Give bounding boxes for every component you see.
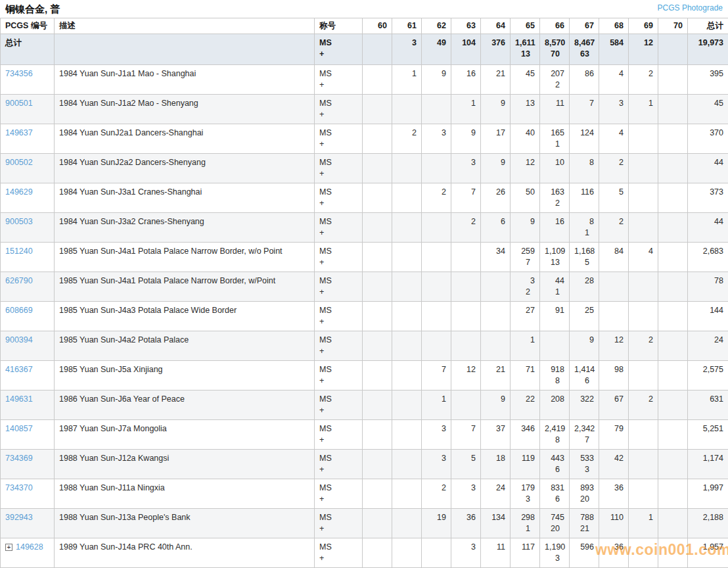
pcgs-number-link[interactable]: 149637 [5,128,33,137]
pcgs-number-link[interactable]: 392943 [5,513,33,522]
pcgs-number-link[interactable]: 151240 [5,247,33,256]
grade-cell-60 [363,65,392,95]
grade-cell-70 [658,390,688,420]
grade-value: 10 [545,157,564,168]
pcgs-number-link[interactable]: 734356 [5,69,33,78]
grade-cell-61 [392,243,422,272]
col-header-grade-67: 67 [570,18,599,34]
pcgs-number-cell: 734356 [1,65,55,95]
designation-cell: MS+ [315,450,363,479]
grade-cell-69 [629,213,658,243]
pcgs-number-link[interactable]: 900501 [5,99,33,108]
grade-cell-68: 5 [599,183,629,213]
grade-cell-69 [629,154,658,183]
grade-cell-70 [658,331,688,361]
table-row-734356: 7343561984 Yuan Sun-J1a1 Mao - ShanghaiM… [1,65,728,95]
grade-cell-66: 1651 [540,124,570,154]
grade-plus-value: 7 [574,435,589,446]
grade-cell-67: 7 [570,95,599,124]
grade-cell-70 [658,538,688,568]
pcgs-number-cell: 734369 [1,450,55,479]
grade-cell-64: 6 [481,213,511,243]
grade-cell-65: 13 [511,95,540,124]
grade-cell-64 [481,272,511,302]
grade-cell-64: 21 [481,65,511,95]
grade-plus-value: 8 [545,435,560,446]
grade-value: 745 [545,512,564,523]
grade-cell-62 [422,95,451,124]
expand-icon[interactable]: + [5,544,12,551]
grade-plus-value: 2 [545,198,560,209]
grade-cell-65: 12 [511,154,540,183]
grade-value: 9 [486,98,505,109]
grade-value: 37 [486,423,505,435]
pcgs-number-link[interactable]: 416367 [5,365,33,374]
designation-cell: MS+ [315,361,363,390]
designation-plus: + [319,346,353,357]
designation-plus: + [319,405,353,416]
description-cell: 1985 Yuan Sun-J4a2 Potala Palace [55,331,315,361]
photograde-link[interactable]: PCGS Photograde [658,3,723,13]
table-row-608669: 6086691985 Yuan Sun-J4a3 Potala Palace W… [1,302,728,331]
grade-value: 7 [456,423,476,435]
pcgs-number-link[interactable]: 149629 [5,187,33,197]
grade-value: 84 [604,246,624,257]
grade-cell-64: 21 [481,361,511,390]
pcgs-number-link[interactable]: 626790 [5,276,33,285]
grade-value: 831 [545,483,564,494]
designation-value: MS [319,305,357,316]
designation-cell: MS+ [315,183,363,213]
grade-plus-value: 1 [545,139,560,150]
grade-cell-69: 2 [629,65,658,95]
pcgs-number-link[interactable]: 734370 [5,483,33,492]
col-header-grade-65: 65 [511,18,540,34]
designation-value: MS [319,453,357,464]
description-cell: 1984 Yuan Sun-J3a1 Cranes-Shanghai [55,183,315,213]
designation-plus: + [319,257,353,268]
row-total-cell: 2,683 [688,243,728,272]
grade-value: 34 [486,246,505,257]
grade-value: 110 [604,512,624,523]
table-row-151240: 1512401985 Yuan Sun-J4a1 Potala Palace N… [1,243,728,272]
grade-cell-68: 12 [599,331,629,361]
grade-value: 7 [574,98,594,109]
grade-cell-68: 79 [599,420,629,450]
pcgs-number-link[interactable]: 149628 [16,542,43,552]
table-row-900501: 9005011984 Yuan Sun-J1a2 Mao - ShenyangM… [1,95,728,124]
grade-value: 7 [426,364,446,375]
grade-cell-61: 1 [392,65,422,95]
pcgs-number-link[interactable]: 608669 [5,306,33,315]
grade-cell-68: 36 [599,479,629,509]
col-header-description: 描述 [55,18,315,34]
description-cell: 1986 Yuan Sun-J6a Year of Peace [55,390,315,420]
totals-description-cell [55,34,315,65]
pcgs-number-link[interactable]: 149631 [5,394,33,404]
col-header-grade-63: 63 [451,18,481,34]
pcgs-number-link[interactable]: 900502 [5,158,33,167]
grade-cell-60 [363,124,392,154]
grade-value: 322 [574,394,594,405]
grade-value: 36 [604,483,624,494]
grade-cell-68: 2 [599,213,629,243]
grade-cell-61 [392,361,422,390]
pcgs-number-cell: 149631 [1,390,55,420]
pcgs-number-link[interactable]: 734369 [5,454,33,463]
totals-grade-65: 1,61113 [511,34,540,65]
pcgs-number-link[interactable]: 900394 [5,335,33,344]
grade-cell-69: 1 [629,509,658,538]
grade-plus-value: 20 [545,523,560,534]
row-total-cell: 24 [688,331,728,361]
designation-plus: + [319,109,353,120]
pcgs-number-cell: 149637 [1,124,55,154]
pcgs-number-link[interactable]: 140857 [5,424,33,433]
designation-plus: + [319,464,353,475]
grade-cell-62: 19 [422,509,451,538]
totals-grade-70 [658,34,688,65]
grade-value: 21 [486,68,505,80]
row-total-cell: 44 [688,154,728,183]
grade-cell-68: 4 [599,124,629,154]
grade-value: 11 [545,98,564,109]
pcgs-number-link[interactable]: 900503 [5,217,33,226]
grade-cell-67: 596 [570,538,599,568]
grade-value: 49 [426,37,446,49]
